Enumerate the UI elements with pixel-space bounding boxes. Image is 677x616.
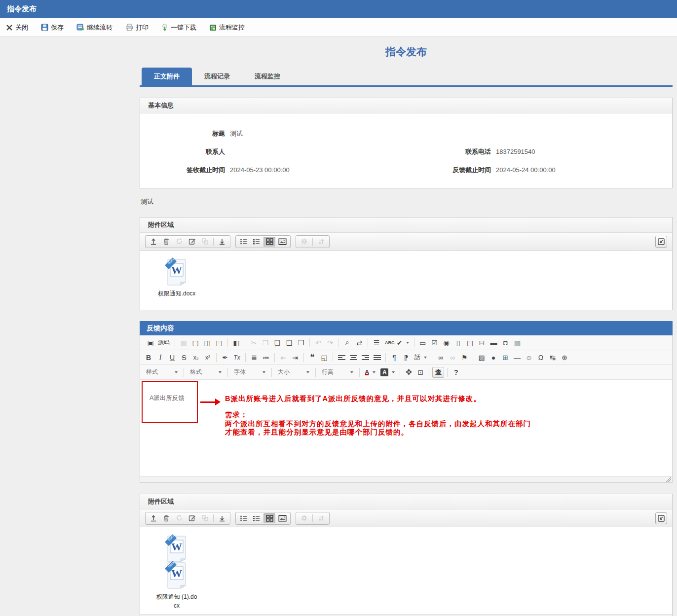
flow-monitor-button[interactable]: 流程监控 [209,23,245,32]
bold-icon[interactable]: B [143,352,154,363]
bg-color-button[interactable]: A [378,368,397,376]
download-file-icon[interactable] [216,513,228,523]
print-button[interactable]: 打印 [125,23,149,32]
svg-text:W: W [171,264,182,276]
edit-icon[interactable] [186,513,198,523]
edit-icon[interactable] [186,237,198,247]
new-page-icon[interactable]: ▢ [190,337,201,348]
textarea-icon[interactable]: ▤ [465,337,476,348]
editor-content[interactable]: A派出所反馈 B派出所账号进入后就看到了A派出所反馈的意见，并且可以对其进行修改… [140,380,672,476]
language-button[interactable]: 話 [413,353,429,362]
button-field-icon[interactable]: ▬ [489,337,499,348]
grid-view-icon[interactable] [263,513,275,523]
dir-rtl-icon[interactable]: ⁋ [401,352,412,363]
delete-icon[interactable] [160,237,172,247]
zh-search-button[interactable]: 查 [432,367,444,378]
anchor-icon[interactable]: ⚑ [459,352,470,363]
image-button-icon[interactable]: ◘ [500,337,511,348]
file-name: 权限通知.docx [158,289,196,298]
upload-icon[interactable] [148,513,159,523]
chevron-down-icon [175,371,178,373]
basic-info-header: 基本信息 [140,98,672,113]
list-view-icon[interactable] [238,513,250,523]
checkbox-icon[interactable]: ☑ [429,337,440,348]
link-icon[interactable]: ∞ [435,352,446,363]
format-dropdown[interactable]: 格式 [187,367,225,377]
replace-icon[interactable]: ⇄ [354,337,365,348]
iframe-icon[interactable]: ⊕ [559,352,570,363]
detail-view-icon[interactable] [251,513,263,523]
collapse-panel-button[interactable] [655,512,667,524]
hidden-field-icon[interactable]: ▦ [512,337,523,348]
div-container-icon[interactable]: ◱ [319,352,330,363]
special-char-icon[interactable]: Ω [535,352,546,363]
source-code-button[interactable]: ▣ 源码 [143,337,172,348]
help-icon[interactable]: ? [451,367,461,378]
copy-format-icon[interactable]: ✒ [220,352,230,363]
insert-image-icon[interactable]: ▨ [476,352,487,363]
radio-icon[interactable]: ◉ [441,337,452,348]
align-right-icon[interactable] [360,352,371,363]
align-left-icon[interactable] [336,352,347,363]
list-view-icon[interactable] [238,237,250,247]
tab-flow-record[interactable]: 流程记录 [192,68,242,85]
one-click-download-button[interactable]: 一键下载 [161,23,196,32]
file-item[interactable]: W docx W docx 权限通知 (1).do cx [153,534,200,610]
paste-word-icon[interactable]: ❒ [296,337,306,348]
style-dropdown[interactable]: 样式 [143,367,181,377]
flash-icon[interactable]: ● [488,352,499,363]
download-file-icon[interactable] [216,237,228,247]
blockquote-icon[interactable]: ❝ [307,352,318,363]
delete-icon[interactable] [160,513,172,523]
tab-body-attachments[interactable]: 正文附件 [142,68,192,85]
indent-icon[interactable]: ⇥ [290,352,301,363]
font-dropdown[interactable]: 字体 [231,367,268,377]
table-icon[interactable]: ⊞ [500,352,511,363]
remove-format-icon[interactable]: Tx [231,352,242,363]
upload-icon[interactable] [148,237,159,247]
underline-icon[interactable]: U [167,352,178,363]
size-dropdown[interactable]: 大小 [275,367,312,377]
maximize-icon[interactable]: ✥ [403,367,414,378]
continue-flow-button[interactable]: 继续流转 [76,23,113,32]
grid-view-icon[interactable] [263,237,275,247]
thumbnail-view-icon[interactable] [276,237,288,247]
collapse-panel-button[interactable] [655,236,667,248]
align-justify-icon[interactable] [372,352,382,363]
text-field-icon[interactable]: ▯ [453,337,464,348]
templates-icon[interactable]: ◧ [231,337,242,348]
find-icon[interactable]: ⌕ [342,337,353,348]
preview-icon[interactable]: ◫ [202,337,213,348]
horizontal-rule-icon[interactable]: ― [512,352,523,363]
spell-check-button[interactable]: ABC ✔ [383,337,411,348]
strikethrough-icon[interactable]: S [179,352,189,363]
italic-icon[interactable]: I [155,352,166,363]
select-field-icon[interactable]: ⊟ [477,337,488,348]
thumbnail-view-icon[interactable] [276,513,288,523]
paste-icon[interactable]: ❏ [272,337,283,348]
save-button[interactable]: 保存 [41,23,64,32]
numbered-list-icon[interactable]: ≣ [249,352,260,363]
close-button[interactable]: 关闭 [6,23,28,32]
print-doc-icon[interactable]: ▤ [214,337,225,348]
chevron-down-icon [392,371,395,373]
paste-text-icon[interactable]: ❑ [284,337,295,348]
select-all-icon[interactable]: ☰ [371,337,382,348]
align-center-icon[interactable] [348,352,359,363]
subscript-icon[interactable]: x₂ [190,352,201,363]
bullet-list-icon[interactable]: ≔ [261,352,271,363]
smiley-icon[interactable]: ☺ [524,352,534,363]
form-icon[interactable]: ▭ [417,337,428,348]
superscript-icon[interactable]: x² [202,352,213,363]
detail-view-icon[interactable] [251,237,263,247]
tab-flow-monitor[interactable]: 流程监控 [242,68,293,85]
show-blocks-icon[interactable]: ⊡ [415,367,426,378]
resize-grip[interactable] [666,477,671,482]
dir-ltr-icon[interactable]: ¶ [389,352,400,363]
text-color-button[interactable]: A [363,368,377,376]
file-item[interactable]: W docx 权限通知.docx [153,257,200,298]
save-doc-icon: ▥ [178,337,189,348]
lineheight-dropdown[interactable]: 行高 [319,367,356,377]
page-break-icon[interactable]: ↹ [547,352,558,363]
feedback-deadline-label: 反馈截止时间 [406,166,491,175]
